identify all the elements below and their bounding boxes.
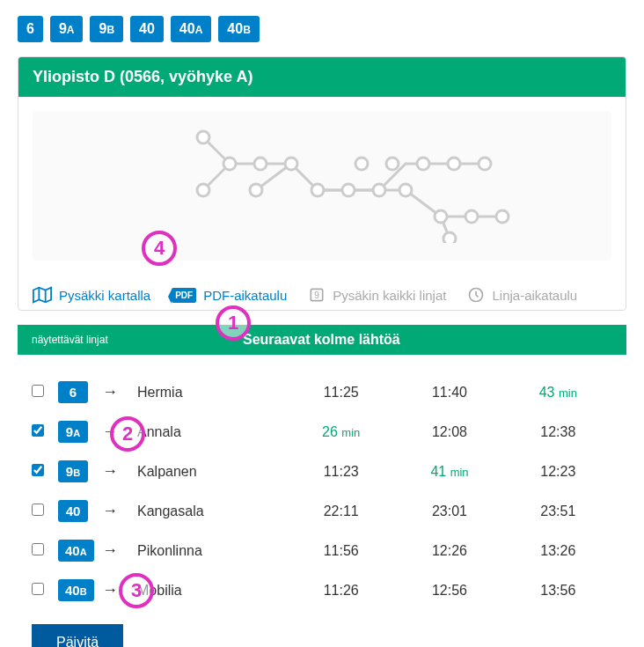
svg-point-6 (311, 184, 324, 196)
svg-point-5 (250, 184, 262, 196)
svg-point-15 (435, 210, 447, 223)
table-row: 40A→Pikonlinna11:5612:2613:26 (32, 531, 612, 570)
line-badge: 40A (58, 540, 94, 562)
departure-time: 11:56 (287, 543, 395, 559)
line-badge: 40 (58, 500, 88, 522)
svg-point-7 (342, 184, 355, 196)
arrow-icon: → (102, 581, 137, 599)
departure-time: 11:26 (287, 583, 395, 599)
line-checkbox[interactable] (32, 543, 44, 555)
departure-time: 22:11 (287, 504, 395, 519)
line-badge: 9B (58, 460, 88, 482)
departure-time: 41 min (395, 464, 503, 480)
svg-point-10 (355, 158, 368, 170)
departure-time: 11:40 (395, 385, 503, 401)
action-line-timetable-label: Linja-aikataulu (492, 288, 577, 303)
svg-point-1 (223, 158, 236, 170)
stop-title: Yliopisto D (0566, vyöhyke A) (18, 57, 626, 97)
stop-sign-icon: 9 (308, 286, 326, 304)
route-chip[interactable]: 40 (130, 16, 164, 42)
route-chip-row: 69A9B4040A40B (18, 16, 626, 42)
header-lines-label: näytettävät linjat (32, 334, 243, 346)
svg-point-8 (373, 184, 385, 196)
departures-section: 1 näytettävät linjat Seuraavat kolme läh… (18, 325, 626, 647)
action-pdf[interactable]: PDF PDF-aikataulu (172, 288, 287, 303)
arrow-icon: → (102, 502, 137, 520)
destination-label: Hermia (137, 385, 287, 401)
svg-point-17 (496, 210, 509, 223)
line-checkbox[interactable] (32, 583, 44, 595)
line-checkbox[interactable] (32, 464, 44, 476)
table-row: 6→Hermia11:2511:4043 min (32, 372, 612, 412)
table-row: 9A→Annala26 min12:0812:38 (32, 412, 612, 452)
departure-time: 26 min (287, 424, 395, 440)
svg-point-4 (197, 184, 209, 196)
svg-text:9: 9 (314, 290, 319, 300)
svg-point-9 (399, 184, 412, 196)
departure-time: 12:56 (395, 583, 503, 599)
departures-header: 1 näytettävät linjat Seuraavat kolme läh… (18, 325, 626, 355)
svg-point-14 (479, 158, 491, 170)
departure-time: 12:38 (504, 424, 612, 440)
svg-point-3 (285, 158, 297, 170)
svg-point-18 (443, 232, 456, 243)
table-row: 9B→Kalpanen11:2341 min12:23 (32, 452, 612, 491)
line-badge: 9A (58, 421, 88, 443)
svg-point-12 (417, 158, 429, 170)
route-chip[interactable]: 40A (171, 16, 211, 42)
departure-time: 23:51 (504, 504, 612, 519)
line-checkbox[interactable] (32, 424, 44, 437)
departure-time: 13:56 (504, 583, 612, 599)
route-chip[interactable]: 6 (18, 16, 43, 42)
arrow-icon: → (102, 383, 137, 401)
action-map[interactable]: Pysäkki kartalla (33, 285, 150, 305)
action-line-timetable: Linja-aikataulu (467, 286, 577, 304)
departure-time: 43 min (504, 385, 612, 401)
departure-time: 11:25 (287, 385, 395, 401)
action-pdf-label: PDF-aikataulu (203, 288, 287, 303)
departure-time: 12:23 (504, 464, 612, 480)
route-chip[interactable]: 40B (218, 16, 259, 42)
route-chip[interactable]: 9B (90, 16, 123, 42)
table-row: 40B→Mobilia11:2612:5613:56 (32, 570, 612, 610)
action-all-lines-label: Pysäkin kaikki linjat (333, 288, 446, 303)
action-bar: 4 Pysäkki kartalla PDF PDF-aikataulu 9 P… (18, 275, 626, 310)
line-checkbox[interactable] (32, 385, 44, 397)
update-button[interactable]: Päivitä (32, 624, 123, 647)
stop-panel: Yliopisto D (0566, vyöhyke A) (18, 56, 626, 311)
table-row: 40→Kangasala22:1123:0123:51 (32, 491, 612, 531)
svg-point-11 (386, 158, 399, 170)
action-map-label: Pysäkki kartalla (59, 288, 150, 303)
svg-point-0 (197, 131, 209, 143)
svg-point-2 (254, 158, 267, 170)
line-badge: 6 (58, 381, 88, 403)
destination-label: Kalpanen (137, 464, 287, 480)
clock-icon (467, 286, 485, 304)
departure-time: 12:26 (395, 543, 503, 559)
arrow-icon: → (102, 462, 137, 481)
arrow-icon: → (102, 541, 137, 560)
header-departures-label: Seuraavat kolme lähtöä (243, 332, 400, 348)
departure-time: 11:23 (287, 464, 395, 480)
destination-label: Mobilia (137, 583, 287, 599)
stop-body (18, 97, 626, 275)
line-checkbox[interactable] (32, 504, 44, 516)
destination-label: Kangasala (137, 504, 287, 519)
svg-point-16 (465, 210, 478, 223)
departure-time: 13:26 (504, 543, 612, 559)
svg-point-13 (448, 158, 460, 170)
map-icon (33, 285, 52, 305)
pdf-icon: PDF (172, 288, 196, 303)
route-chip[interactable]: 9A (50, 16, 84, 42)
line-badge: 40B (58, 579, 94, 601)
action-all-lines: 9 Pysäkin kaikki linjat (308, 286, 446, 304)
destination-label: Annala (137, 424, 287, 440)
destination-label: Pikonlinna (137, 543, 287, 559)
arrow-icon: → (102, 423, 137, 441)
departures-rows: 2 3 6→Hermia11:2511:4043 min9A→Annala26 … (18, 355, 626, 617)
departure-time: 23:01 (395, 504, 503, 519)
route-diagram (33, 111, 611, 261)
departure-time: 12:08 (395, 424, 503, 440)
